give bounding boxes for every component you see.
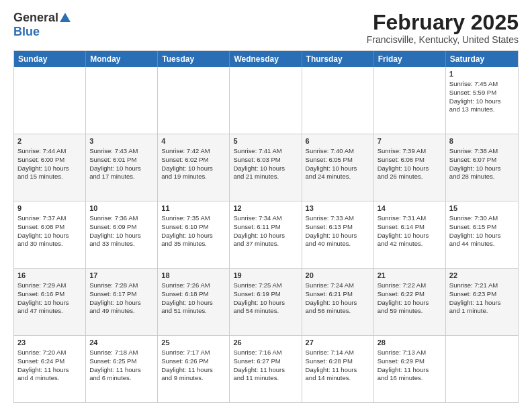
calendar-cell	[302, 67, 374, 134]
day-info-line: and 13 minutes.	[449, 105, 515, 114]
day-number: 16	[17, 271, 82, 281]
day-number: 19	[233, 271, 298, 281]
calendar-cell: 14Sunrise: 7:31 AMSunset: 6:14 PMDayligh…	[374, 201, 446, 268]
header-day-wednesday: Wednesday	[230, 51, 302, 67]
page: General Blue February 2025 Francisville,…	[0, 0, 532, 411]
day-info-line: Daylight: 11 hours	[161, 366, 226, 375]
header: General Blue February 2025 Francisville,…	[13, 11, 519, 45]
day-info-line: Daylight: 11 hours	[449, 299, 515, 308]
calendar-cell: 13Sunrise: 7:33 AMSunset: 6:13 PMDayligh…	[302, 201, 374, 268]
day-info-line: and 1 minute.	[449, 307, 515, 316]
day-info-line: and 33 minutes.	[89, 240, 154, 248]
day-number: 5	[233, 136, 298, 146]
calendar-cell	[374, 67, 446, 134]
day-info-line: Sunset: 6:02 PM	[161, 156, 226, 165]
day-number: 26	[233, 338, 298, 348]
day-info-line: and 6 minutes.	[89, 374, 154, 383]
day-info-line: Daylight: 11 hours	[17, 366, 82, 375]
header-day-friday: Friday	[374, 51, 446, 67]
calendar-cell: 15Sunrise: 7:30 AMSunset: 6:15 PMDayligh…	[446, 201, 518, 268]
day-info-line: Daylight: 10 hours	[89, 165, 154, 173]
day-number: 24	[89, 338, 154, 348]
day-info-line: and 35 minutes.	[161, 240, 226, 248]
day-info-line: Sunrise: 7:25 AM	[233, 281, 298, 290]
day-number: 4	[161, 136, 226, 146]
calendar-cell: 2Sunrise: 7:44 AMSunset: 6:00 PMDaylight…	[14, 134, 86, 201]
day-number: 9	[17, 203, 82, 214]
day-info-line: Sunset: 6:01 PM	[89, 156, 154, 165]
day-info-line: Daylight: 10 hours	[378, 299, 442, 308]
day-info-line: Sunset: 6:11 PM	[233, 223, 298, 232]
calendar-cell: 1Sunrise: 7:45 AMSunset: 5:59 PMDaylight…	[446, 67, 518, 134]
day-info-line: and 51 minutes.	[161, 307, 226, 316]
day-info-line: Sunrise: 7:31 AM	[378, 214, 442, 223]
day-info-line: Daylight: 10 hours	[449, 232, 515, 240]
day-info-line: Sunrise: 7:17 AM	[161, 349, 226, 357]
day-info-line: Sunset: 6:03 PM	[233, 156, 298, 165]
header-day-tuesday: Tuesday	[158, 51, 230, 67]
day-info-line: Sunset: 6:09 PM	[89, 223, 154, 232]
day-info-line: and 16 minutes.	[378, 374, 442, 383]
day-info-line: Sunrise: 7:30 AM	[449, 214, 515, 223]
calendar-cell	[14, 67, 86, 134]
calendar-cell: 5Sunrise: 7:41 AMSunset: 6:03 PMDaylight…	[230, 134, 302, 201]
day-info-line: Daylight: 10 hours	[306, 165, 370, 173]
day-info-line: Daylight: 10 hours	[233, 299, 298, 308]
day-info-line: Sunrise: 7:45 AM	[449, 80, 515, 89]
day-number: 28	[378, 338, 442, 348]
day-info-line: and 28 minutes.	[449, 173, 515, 181]
day-info-line: Sunset: 6:24 PM	[17, 357, 82, 366]
logo-blue: Blue	[13, 25, 40, 39]
calendar-row-3: 9Sunrise: 7:37 AMSunset: 6:08 PMDaylight…	[14, 201, 518, 268]
day-info-line: Sunset: 6:23 PM	[449, 290, 515, 299]
day-info-line: Daylight: 10 hours	[233, 232, 298, 240]
calendar-cell: 23Sunrise: 7:20 AMSunset: 6:24 PMDayligh…	[14, 336, 86, 402]
day-info-line: and 56 minutes.	[306, 307, 370, 316]
calendar-cell: 9Sunrise: 7:37 AMSunset: 6:08 PMDaylight…	[14, 201, 86, 268]
day-info-line: Daylight: 10 hours	[17, 232, 82, 240]
day-number: 14	[378, 203, 442, 214]
calendar-body: 1Sunrise: 7:45 AMSunset: 5:59 PMDaylight…	[14, 67, 518, 402]
day-info-line: Sunset: 6:25 PM	[89, 357, 154, 366]
day-info-line: Daylight: 11 hours	[378, 366, 442, 375]
logo-general: General	[13, 11, 58, 25]
day-info-line: and 11 minutes.	[233, 374, 298, 383]
day-info-line: Daylight: 10 hours	[161, 299, 226, 308]
day-info-line: and 44 minutes.	[449, 240, 515, 248]
header-day-monday: Monday	[86, 51, 158, 67]
day-number: 10	[89, 203, 154, 214]
calendar-cell: 24Sunrise: 7:18 AMSunset: 6:25 PMDayligh…	[86, 336, 158, 402]
day-number: 6	[306, 136, 370, 146]
day-number: 22	[449, 271, 515, 281]
day-number: 1	[449, 69, 515, 79]
day-info-line: and 37 minutes.	[233, 240, 298, 248]
day-info-line: and 9 minutes.	[161, 374, 226, 383]
calendar-cell: 18Sunrise: 7:26 AMSunset: 6:18 PMDayligh…	[158, 269, 230, 335]
calendar-cell: 22Sunrise: 7:21 AMSunset: 6:23 PMDayligh…	[446, 269, 518, 335]
calendar-row-4: 16Sunrise: 7:29 AMSunset: 6:16 PMDayligh…	[14, 268, 518, 335]
day-number: 13	[306, 203, 370, 214]
calendar-cell: 17Sunrise: 7:28 AMSunset: 6:17 PMDayligh…	[86, 269, 158, 335]
subtitle: Francisville, Kentucky, United States	[367, 34, 519, 45]
day-info-line: and 4 minutes.	[17, 374, 82, 383]
day-info-line: Sunrise: 7:42 AM	[161, 147, 226, 156]
day-info-line: Daylight: 10 hours	[449, 165, 515, 173]
calendar-row-2: 2Sunrise: 7:44 AMSunset: 6:00 PMDaylight…	[14, 134, 518, 201]
day-info-line: Daylight: 10 hours	[89, 232, 154, 240]
header-day-saturday: Saturday	[446, 51, 518, 67]
day-info-line: Sunset: 6:13 PM	[306, 223, 370, 232]
day-info-line: Sunrise: 7:20 AM	[17, 349, 82, 357]
day-info-line: Sunrise: 7:24 AM	[306, 281, 370, 290]
day-info-line: Sunrise: 7:14 AM	[306, 349, 370, 357]
calendar-cell: 21Sunrise: 7:22 AMSunset: 6:22 PMDayligh…	[374, 269, 446, 335]
day-info-line: Sunrise: 7:26 AM	[161, 281, 226, 290]
calendar-cell: 27Sunrise: 7:14 AMSunset: 6:28 PMDayligh…	[302, 336, 374, 402]
title-block: February 2025 Francisville, Kentucky, Un…	[367, 11, 519, 45]
calendar-cell: 11Sunrise: 7:35 AMSunset: 6:10 PMDayligh…	[158, 201, 230, 268]
calendar-row-5: 23Sunrise: 7:20 AMSunset: 6:24 PMDayligh…	[14, 335, 518, 402]
day-info-line: Sunrise: 7:18 AM	[89, 349, 154, 357]
day-info-line: Sunrise: 7:41 AM	[233, 147, 298, 156]
calendar-cell	[446, 336, 518, 402]
day-number: 21	[378, 271, 442, 281]
day-info-line: and 17 minutes.	[89, 173, 154, 181]
